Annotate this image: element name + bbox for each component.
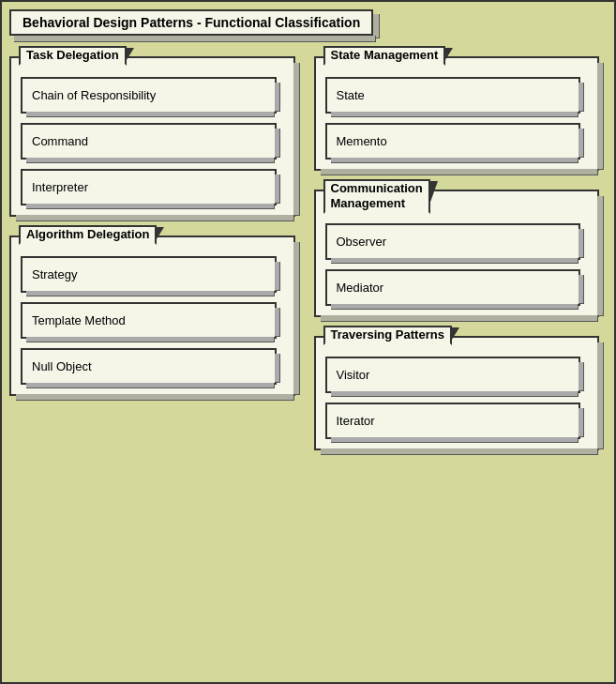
communication-management-label: CommunicationManagement xyxy=(323,179,430,214)
state-management-label: State Management xyxy=(323,46,446,66)
communication-management-section: CommunicationManagement Observer Mediato… xyxy=(314,190,600,317)
memento-item: Memento xyxy=(325,123,581,160)
interpreter-item: Interpreter xyxy=(21,169,277,205)
visitor-item: Visitor xyxy=(325,357,581,393)
task-delegation-section: Task Delegation Chain of Responsibility … xyxy=(9,56,295,217)
traversing-patterns-label: Traversing Patterns xyxy=(323,326,452,345)
page-title: Behavioral Design Patterns - Functional … xyxy=(9,9,373,36)
algorithm-delegation-section: Algorithm Delegation Strategy Template M… xyxy=(9,236,295,396)
observer-item: Observer xyxy=(325,223,581,260)
state-item: State xyxy=(325,77,581,114)
strategy-item: Strategy xyxy=(21,256,277,293)
algorithm-delegation-label: Algorithm Delegation xyxy=(19,225,157,245)
chain-of-responsibility-item: Chain of Responsibility xyxy=(21,77,277,114)
null-object-item: Null Object xyxy=(21,348,277,385)
task-delegation-label: Task Delegation xyxy=(19,46,127,66)
iterator-item: Iterator xyxy=(325,403,581,439)
template-method-item: Template Method xyxy=(21,302,277,339)
mediator-item: Mediator xyxy=(325,269,581,306)
main-container: Behavioral Design Patterns - Functional … xyxy=(0,0,616,684)
state-management-section: State Management State Memento xyxy=(314,56,600,171)
command-item: Command xyxy=(21,123,277,160)
traversing-patterns-section: Traversing Patterns Visitor Iterator xyxy=(314,336,600,450)
